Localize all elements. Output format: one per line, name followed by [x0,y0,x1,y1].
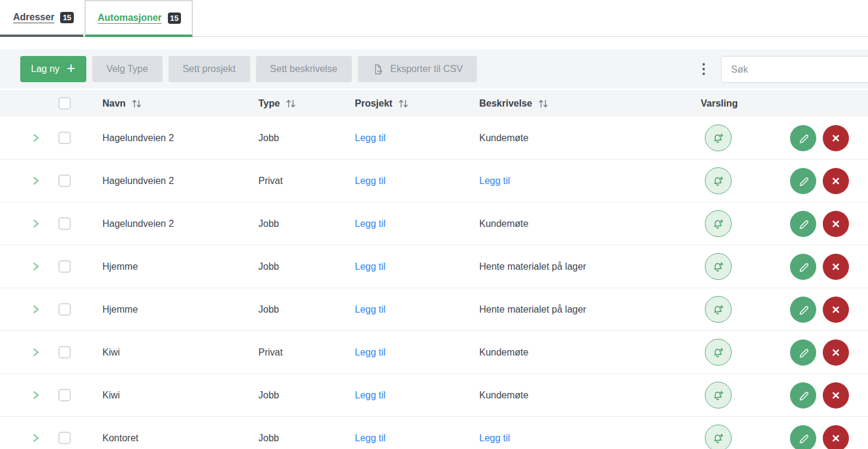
bell-plus-icon [711,302,726,317]
bell-plus-icon [711,130,726,145]
cell-type: Jobb [258,304,279,314]
create-new-button[interactable]: Lag ny + [20,56,86,82]
pencil-icon [797,345,810,359]
cell-navn: Kontoret [102,433,138,443]
edit-button[interactable] [790,254,816,280]
prosjekt-add-link[interactable]: Legg til [355,133,386,143]
row-checkbox[interactable] [58,389,71,401]
tab-count-badge: 15 [60,12,73,23]
delete-button[interactable] [823,382,849,409]
beskrivelse-add-link[interactable]: Legg til [479,176,510,186]
beskrivelse-add-link[interactable]: Legg til [479,433,510,443]
pencil-icon [797,431,810,445]
select-all-checkbox[interactable] [58,97,71,110]
row-checkbox[interactable] [58,217,71,230]
close-icon [829,260,842,273]
close-icon [829,217,842,230]
tab-label: Adresser [13,12,54,23]
more-options-kebab-icon[interactable] [699,60,708,79]
delete-button[interactable] [823,339,849,366]
row-checkbox[interactable] [58,174,71,187]
column-header-navn[interactable]: Navn [102,98,258,109]
prosjekt-add-link[interactable]: Legg til [355,347,386,357]
expand-chevron-icon[interactable] [31,133,41,143]
delete-button[interactable] [823,297,849,323]
edit-button[interactable] [790,297,816,323]
column-header-prosjekt[interactable]: Prosjekt [355,98,479,109]
row-checkbox[interactable] [58,303,71,316]
column-header-type[interactable]: Type [258,98,355,109]
edit-button[interactable] [790,168,816,194]
delete-button[interactable] [823,254,849,280]
close-icon [829,303,842,316]
expand-chevron-icon[interactable] [31,347,41,357]
prosjekt-add-link[interactable]: Legg til [355,390,386,400]
set-project-button[interactable]: Sett prosjekt [168,56,250,82]
add-notification-button[interactable] [705,124,732,151]
edit-button[interactable] [790,382,816,409]
sort-icon[interactable] [132,99,142,108]
prosjekt-add-link[interactable]: Legg til [355,176,386,186]
cell-beskrivelse: Hente materialet på lager [479,304,586,314]
edit-button[interactable] [790,211,816,237]
add-notification-button[interactable] [705,425,732,449]
edit-button[interactable] [790,339,816,366]
delete-button[interactable] [823,425,849,449]
edit-button[interactable] [790,425,816,449]
close-icon [829,389,842,402]
expand-chevron-icon[interactable] [31,304,41,314]
delete-button[interactable] [823,168,849,194]
bell-plus-icon [711,431,726,445]
cell-navn: Hjemme [102,304,138,314]
tab-automasjoner[interactable]: Automasjoner 15 [85,0,193,37]
add-notification-button[interactable] [705,296,732,323]
table-row: Kontoret Jobb Legg til Legg til [0,417,868,449]
toolbar: Lag ny + Velg Type Sett prosjekt Sett be… [0,49,868,89]
expand-chevron-icon[interactable] [31,433,41,443]
column-header-varsling: Varsling [701,98,738,109]
column-header-beskrivelse[interactable]: Beskrivelse [479,98,701,109]
close-icon [829,174,842,188]
expand-chevron-icon[interactable] [31,390,41,400]
add-notification-button[interactable] [705,167,732,194]
prosjekt-add-link[interactable]: Legg til [355,261,386,272]
add-notification-button[interactable] [705,382,732,409]
tab-adresser[interactable]: Adresser 15 [0,0,83,37]
bell-plus-icon [711,216,726,231]
add-notification-button[interactable] [705,339,732,366]
edit-button[interactable] [790,125,816,151]
cell-type: Jobb [258,261,279,272]
cell-beskrivelse: Kundemøte [479,219,529,229]
delete-button[interactable] [823,125,849,151]
prosjekt-add-link[interactable]: Legg til [355,304,386,314]
pencil-icon [797,131,810,145]
search-input[interactable] [721,56,868,83]
close-icon [829,346,842,359]
expand-chevron-icon[interactable] [31,176,41,186]
prosjekt-add-link[interactable]: Legg til [355,219,386,229]
row-checkbox[interactable] [58,260,71,273]
row-checkbox[interactable] [58,346,71,358]
add-notification-button[interactable] [705,253,732,280]
expand-chevron-icon[interactable] [31,261,41,272]
table-row: Hagelundveien 2 Jobb Legg til Kundemøte [0,202,868,245]
row-checkbox[interactable] [58,132,71,144]
delete-button[interactable] [823,211,849,237]
set-description-button[interactable]: Sett beskrivelse [256,56,352,82]
prosjekt-add-link[interactable]: Legg til [355,433,386,443]
tab-count-badge: 15 [168,13,181,24]
expand-chevron-icon[interactable] [31,219,41,229]
cell-navn: Hagelundveien 2 [102,219,174,229]
close-icon [829,132,842,145]
table-header: Navn Type Prosjekt Beskrivelse Varsling [0,90,868,117]
export-csv-button[interactable]: Eksporter til CSV [358,56,477,82]
sort-icon[interactable] [286,99,296,108]
cell-navn: Hagelundveien 2 [102,133,174,143]
select-type-button[interactable]: Velg Type [92,56,163,82]
cell-navn: Kiwi [102,390,120,400]
row-checkbox[interactable] [58,432,71,444]
sort-icon[interactable] [538,99,548,108]
pencil-icon [797,260,810,273]
add-notification-button[interactable] [705,210,732,237]
sort-icon[interactable] [398,99,408,108]
